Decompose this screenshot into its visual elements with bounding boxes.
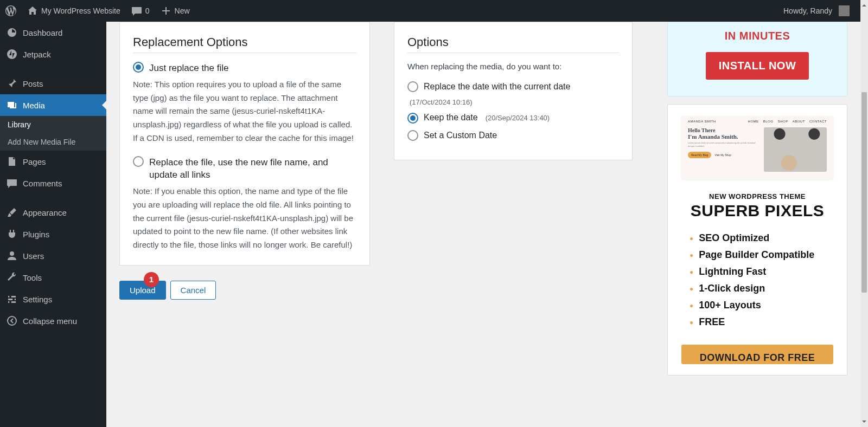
radio-input[interactable] [407,130,418,141]
radio-keep-date[interactable]: Keep the date (20/Sep/2024 13:40) [407,112,619,124]
site-home-link[interactable]: My WordPress Website [22,0,126,22]
feature-item: SEO Optimized [690,230,814,247]
preview-line1: Hello There [688,127,758,133]
preview-nav-item: ABOUT [793,120,805,123]
comments-link[interactable]: 0 [126,0,155,22]
sidebar-item-collapse[interactable]: Collapse menu [0,310,106,332]
sidebar-item-plugins[interactable]: Plugins [0,223,106,245]
step-badge: 1 [144,272,159,287]
sidebar-item-label: Users [23,251,44,261]
main-content: Replacement Options Just replace the fil… [106,22,860,427]
submenu-label: Add New Media File [8,138,75,146]
submenu-item-add-new[interactable]: Add New Media File [0,133,106,151]
date-options-panel: Options When replacing the media, do you… [394,22,633,160]
svg-point-7 [9,301,11,303]
sidebar-item-label: Jetpack [23,50,51,59]
promo-headline: IN MINUTES [709,22,807,52]
sidebar-item-media[interactable]: Media [0,94,106,116]
cancel-button[interactable]: Cancel [170,281,216,300]
admin-sidebar: Dashboard Jetpack Posts Media Library Ad… [0,22,106,427]
user-icon [7,250,17,261]
options-intro: When replacing the media, do you want to… [407,62,619,71]
svg-point-0 [7,49,17,59]
scroll-down-arrow[interactable] [862,420,866,425]
comment-icon [131,5,142,16]
wordpress-icon [5,5,16,16]
settings-icon [7,294,17,305]
feature-item: 1-Click design [690,280,814,297]
svg-point-8 [8,316,16,325]
radio-label: Keep the date [424,112,478,124]
radio-label: Replace the file, use the new file name,… [149,156,356,182]
download-free-button[interactable]: DOWNLOAD FOR FREE [681,345,833,364]
feature-item: FREE [690,314,814,331]
comment-icon [7,178,17,189]
preview-nav-item: HOME [748,120,759,123]
radio-input[interactable] [407,81,418,92]
feature-item: 100+ Layouts [690,297,814,314]
radio-replace-date[interactable]: Replace the date with the current date (… [407,81,619,106]
sidebar-item-comments[interactable]: Comments [0,172,106,194]
preview-photo [764,127,827,172]
media-submenu: Library Add New Media File [0,116,106,151]
sidebar-item-label: Dashboard [23,28,62,37]
preview-btn1: Read My Blog [688,152,711,158]
promo-install-panel: IN MINUTES INSTALL NOW [667,22,847,96]
sidebar-item-label: Pages [23,157,46,166]
upload-button[interactable]: Upload [119,281,166,300]
sidebar-item-label: Collapse menu [23,316,77,326]
jetpack-icon [7,49,17,60]
sidebar-item-pages[interactable]: Pages [0,151,106,172]
radio-label: Set a Custom Date [424,130,497,141]
replacement-options-panel: Replacement Options Just replace the fil… [119,22,370,266]
submenu-item-library[interactable]: Library [0,116,106,133]
preview-nav-item: CONTACT [809,120,827,123]
new-label: New [175,7,190,15]
date-hint: (17/Oct/2024 10:16) [410,98,473,106]
sidebar-item-label: Plugins [23,230,49,239]
preview-line2: I'm Amanda Smith. [688,133,758,140]
scroll-up-arrow[interactable] [862,2,866,7]
sidebar-item-label: Posts [23,79,43,88]
home-icon [27,5,38,16]
sidebar-item-jetpack[interactable]: Jetpack [0,43,106,65]
theme-preview-image: AMANDA SMITH HOME BLOG SHOP ABOUT CONTAC… [681,115,833,179]
sidebar-item-posts[interactable]: Posts [0,73,106,94]
svg-point-6 [12,299,15,301]
vertical-scrollbar[interactable] [860,0,868,427]
radio-label: Replace the date with the current date [424,81,570,93]
options-heading: Options [407,35,619,53]
svg-point-1 [10,251,14,256]
install-now-button[interactable]: INSTALL NOW [706,52,809,80]
site-name: My WordPress Website [41,7,120,15]
promo-theme-panel: AMANDA SMITH HOME BLOG SHOP ABOUT CONTAC… [667,104,847,376]
promo-subhead: NEW WORDPRESS THEME [709,192,806,200]
sidebar-item-dashboard[interactable]: Dashboard [0,22,106,43]
collapse-icon [7,315,17,326]
radio-input[interactable] [133,156,144,167]
sidebar-item-appearance[interactable]: Appearance [0,202,106,223]
radio-just-replace[interactable]: Just replace the file [133,62,356,75]
radio-input[interactable] [133,62,144,73]
pin-icon [7,78,17,89]
radio-custom-date[interactable]: Set a Custom Date [407,130,619,141]
promo-theme-name: SUPERB PIXELS [691,202,825,220]
action-buttons: 1 Upload Cancel [119,281,370,300]
wp-logo[interactable] [0,0,22,22]
new-content-link[interactable]: New [155,0,195,22]
preview-nav: HOME BLOG SHOP ABOUT CONTACT [745,120,827,123]
sidebar-item-label: Appearance [23,208,67,217]
submenu-label: Library [8,120,31,129]
preview-nav-item: BLOG [763,120,774,123]
feature-item: Lightning Fast [690,263,814,280]
user-account-link[interactable]: Howdy, Randy [778,0,855,22]
radio-input[interactable] [407,113,418,124]
brush-icon [7,207,17,218]
sidebar-item-tools[interactable]: Tools [0,267,106,288]
sidebar-item-label: Comments [23,179,62,188]
scrollbar-thumb[interactable] [861,92,867,293]
sidebar-item-users[interactable]: Users [0,245,106,267]
radio-replace-update-links[interactable]: Replace the file, use the new file name,… [133,156,356,182]
feature-bullets: SEO Optimized Page Builder Compatible Li… [679,230,814,331]
sidebar-item-settings[interactable]: Settings [0,288,106,310]
